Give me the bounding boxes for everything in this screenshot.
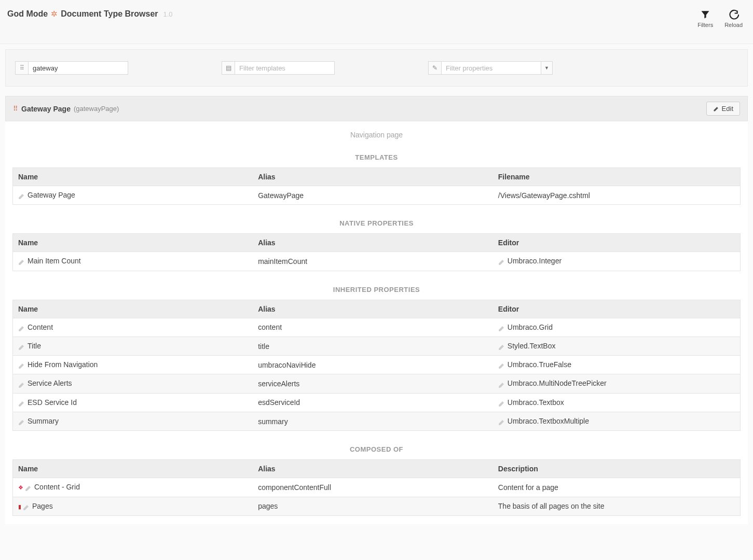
inherited-section-title: INHERITED PROPERTIES <box>5 286 748 293</box>
cell-text: Content <box>28 323 53 331</box>
pencil-icon <box>498 258 505 266</box>
doctype-alias: (gatewayPage) <box>74 105 119 113</box>
edit-button[interactable]: Edit <box>706 102 740 116</box>
table-row[interactable]: ESD Service IdesdServiceIdUmbraco.Textbo… <box>13 393 741 412</box>
cell-text: pages <box>258 502 278 510</box>
property-icon: ✎ <box>428 61 442 75</box>
cell-text: Title <box>28 342 41 350</box>
cell-text: Styled.TextBox <box>508 342 556 350</box>
cell-name: Title <box>13 337 253 355</box>
pencil-icon <box>18 324 25 332</box>
cell-name: Service Alerts <box>13 374 253 393</box>
table-row[interactable]: Service AlertsserviceAlertsUmbraco.Multi… <box>13 374 741 393</box>
composition-type-icon: ❖ <box>18 484 23 491</box>
cell-name: ❖Content - Grid <box>13 478 253 497</box>
th-editor: Editor <box>493 234 741 252</box>
composed-section-title: COMPOSED OF <box>5 445 748 453</box>
composition-type-icon: ▮ <box>18 503 21 510</box>
cell-name: Gateway Page <box>13 186 253 205</box>
doctype-name: Gateway Page <box>21 105 71 113</box>
cell-text: umbracoNaviHide <box>258 361 316 369</box>
cell-text: mainItemCount <box>258 257 307 265</box>
edit-label: Edit <box>722 105 733 113</box>
filter-bar: ⠿ ▤ ✎ ▼ <box>5 49 748 87</box>
cell-editor: Umbraco.TrueFalse <box>493 356 741 374</box>
pencil-icon <box>18 191 25 200</box>
cell-text: Umbraco.TrueFalse <box>508 360 571 369</box>
cell-alias: umbracoNaviHide <box>253 356 493 374</box>
table-row[interactable]: TitletitleStyled.TextBox <box>13 337 741 355</box>
header-actions: Filters Reload <box>697 9 743 28</box>
cell-description: Content for a page <box>493 478 741 497</box>
table-row[interactable]: Gateway PageGatewayPage/Views/GatewayPag… <box>13 186 741 205</box>
cell-text: Content for a page <box>498 483 558 492</box>
cell-name: Main Item Count <box>13 252 253 271</box>
template-filter-input[interactable] <box>235 61 335 75</box>
cell-text: Summary <box>28 417 59 425</box>
cell-text: content <box>258 323 282 331</box>
content-scroll[interactable]: ⠿ ▤ ✎ ▼ ⠿ Gateway Page (gatewayPage) Edi… <box>0 44 753 560</box>
cell-text: Hide From Navigation <box>28 360 98 369</box>
cell-alias: esdServiceId <box>253 393 493 412</box>
table-header-row: Name Alias Editor <box>13 300 741 318</box>
doctype-description: Navigation page <box>5 131 748 139</box>
funnel-icon <box>700 9 710 20</box>
app-title-2: Document Type Browser <box>61 9 158 19</box>
chevron-down-icon: ▼ <box>544 65 549 71</box>
pencil-icon <box>25 484 32 492</box>
th-alias: Alias <box>253 300 493 318</box>
table-row[interactable]: Main Item CountmainItemCountUmbraco.Inte… <box>13 252 741 271</box>
th-alias: Alias <box>253 234 493 252</box>
cell-text: Umbraco.TextboxMultiple <box>508 417 589 425</box>
cell-alias: mainItemCount <box>253 252 493 271</box>
table-row[interactable]: ▮PagespagesThe basis of all pages on the… <box>13 497 741 515</box>
cell-editor: Umbraco.Grid <box>493 318 741 337</box>
cell-alias: pages <box>253 497 493 515</box>
reload-icon <box>729 9 739 20</box>
cell-text: Umbraco.MultiNodeTreePicker <box>508 379 607 387</box>
cell-text: GatewayPage <box>258 191 304 200</box>
templates-section-title: TEMPLATES <box>5 153 748 161</box>
th-name: Name <box>13 168 253 186</box>
cell-name: Hide From Navigation <box>13 356 253 374</box>
template-filter-group: ▤ <box>222 61 335 75</box>
cell-text: esdServiceId <box>258 398 300 407</box>
cell-text: title <box>258 342 269 351</box>
property-dropdown-toggle[interactable]: ▼ <box>541 61 553 75</box>
cell-name: ESD Service Id <box>13 393 253 412</box>
cell-text: Umbraco.Integer <box>508 257 562 265</box>
th-filename: Filename <box>493 168 741 186</box>
cell-text: Umbraco.Grid <box>508 323 553 331</box>
cell-alias: serviceAlerts <box>253 374 493 393</box>
native-section-title: NATIVE PROPERTIES <box>5 219 748 227</box>
filters-label: Filters <box>697 22 713 28</box>
pencil-icon <box>498 380 505 388</box>
template-icon: ▤ <box>222 61 235 75</box>
cell-alias: summary <box>253 412 493 431</box>
cell-name: Content <box>13 318 253 337</box>
cell-text: Gateway Page <box>28 191 75 199</box>
doctype-filter-input[interactable] <box>29 61 128 75</box>
th-alias: Alias <box>253 168 493 186</box>
table-header-row: Name Alias Filename <box>13 168 741 186</box>
th-name: Name <box>13 460 253 478</box>
table-row[interactable]: Hide From NavigationumbracoNaviHideUmbra… <box>13 356 741 374</box>
doctype-card: ⠿ Gateway Page (gatewayPage) Edit Naviga… <box>5 96 748 524</box>
inherited-props-table: Name Alias Editor ContentcontentUmbraco.… <box>12 300 741 431</box>
table-row[interactable]: ❖Content - GridcomponentContentFullConte… <box>13 478 741 497</box>
filters-button[interactable]: Filters <box>697 9 713 28</box>
table-row[interactable]: ContentcontentUmbraco.Grid <box>13 318 741 337</box>
pencil-icon <box>498 417 505 426</box>
cell-text: serviceAlerts <box>258 380 299 388</box>
pencil-icon <box>18 342 25 351</box>
table-header-row: Name Alias Description <box>13 460 741 478</box>
pencil-icon <box>498 324 505 332</box>
table-row[interactable]: SummarysummaryUmbraco.TextboxMultiple <box>13 412 741 431</box>
property-filter-input[interactable] <box>442 61 541 75</box>
cell-description: The basis of all pages on the site <box>493 497 741 515</box>
reload-button[interactable]: Reload <box>724 9 743 28</box>
doctype-card-body: Navigation page TEMPLATES Name Alias Fil… <box>5 121 748 524</box>
cell-filename: /Views/GatewayPage.cshtml <box>493 186 741 205</box>
cell-editor: Umbraco.Textbox <box>493 393 741 412</box>
doctype-card-header: ⠿ Gateway Page (gatewayPage) Edit <box>5 96 748 121</box>
